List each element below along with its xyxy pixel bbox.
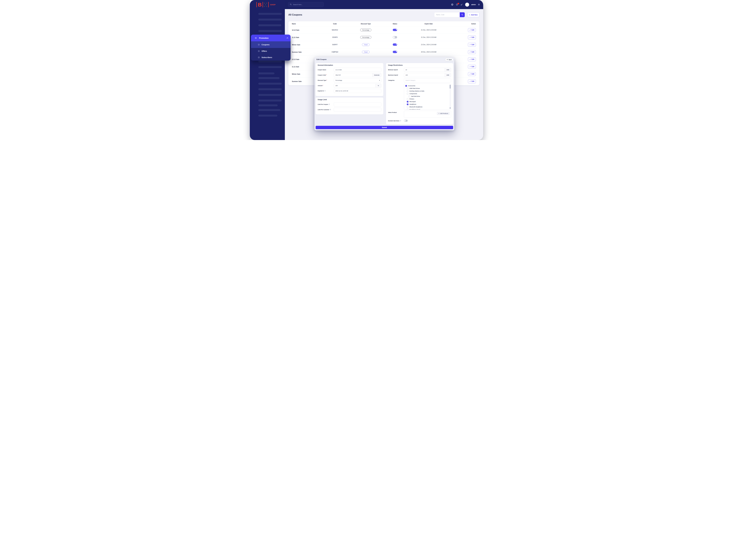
checkbox[interactable] [407,106,408,108]
category-option[interactable]: ✓ Headphone [404,103,451,106]
discount-type-select[interactable]: Percentage ▾ [334,78,381,82]
maximum-spend-label: Maximum Spend [388,74,404,76]
status-toggle[interactable] [393,36,397,38]
amount-field[interactable] [334,84,375,88]
table-header: Name Code Discount Type Status Expire Da… [288,21,479,26]
sidebar-item-coupons[interactable]: Coupons [251,41,291,48]
settings-gear-icon[interactable]: ⚙ [478,4,480,6]
edit-button[interactable]: Edit [468,79,476,83]
edit-button[interactable]: Edit [468,65,476,69]
skeleton-bar [258,104,278,106]
select-product-label: Select Product [388,112,404,113]
avatar[interactable] [465,3,469,7]
checkbox-checked[interactable]: ✓ [405,85,407,87]
section-heading: Usage Limit [318,99,327,100]
checkbox-checked[interactable]: ✓ [407,104,408,105]
edit-button[interactable]: Edit [468,43,476,47]
edit-button[interactable]: Edit [468,35,476,39]
skeleton-bar [258,13,282,15]
category-option[interactable]: Docking Stations & Hubs [404,90,451,92]
sidebar-item-promotion[interactable]: Promotion [251,35,291,41]
sidebar-item-offers[interactable]: Offers [251,48,291,54]
maximum-spend-field[interactable] [404,73,445,77]
skeleton-bar [258,88,282,90]
status-toggle[interactable] [393,29,397,31]
skeleton-bar [258,61,282,62]
skeleton-bar [258,66,282,68]
category-option[interactable]: Headphone Stand [404,108,451,110]
edit-button[interactable]: Edit [468,28,476,32]
coupon-code-field[interactable] [334,73,372,77]
amount-suffix: % [375,84,381,88]
topbar-actions: admin ⚙ [451,0,480,9]
logo-text: SHOP [270,4,276,6]
scrollbar-thumb[interactable] [450,85,450,89]
notifications-bell-icon[interactable] [456,3,458,6]
page-title: All Coupons [288,13,302,16]
coupon-name: Summer Sale [288,51,317,53]
exclude-sale-items-label: Exclude Sale Itemsi [388,120,404,122]
coupon-name: 12.12 Sale [288,59,317,60]
check-icon: ✓ [407,101,408,102]
limit-per-coupon-field[interactable] [334,102,381,106]
category-option[interactable]: USB Flash Drives [404,87,451,90]
expire-date: 31 Dec, 2024 12:00 AM [411,37,446,38]
back-button[interactable]: ↩ Back [445,58,453,61]
search-icon [461,14,463,16]
category-option[interactable]: Components [404,92,451,95]
coupon-name-field[interactable] [334,68,381,72]
promotion-menu: Promotion Coupons Offers Subscribers [251,35,291,61]
add-products-button[interactable]: + Add Products [437,112,450,115]
key-icon[interactable] [460,3,463,6]
category-option[interactable]: Printers [404,98,451,100]
search-input[interactable]: Search here... [288,2,324,7]
skeleton-bar [258,19,282,21]
category-option[interactable]: ✓ Mousepad [404,100,451,103]
status-toggle[interactable] [393,43,397,46]
filter-search-button[interactable] [460,12,465,17]
sidebar-item-subscribers[interactable]: Subscribers [251,54,291,61]
edit-coupon-modal: Edit Coupon ↩ Back General Information C… [315,57,454,130]
general-information-card: General Information Coupon Name Coupon C… [316,63,383,96]
info-icon: i [330,109,331,110]
column-header-action: Action [446,23,479,25]
admin-label[interactable]: admin [471,4,476,5]
skeleton-bar [258,109,280,111]
coupon-name: Winter Sale [288,44,317,46]
checkbox[interactable] [407,109,408,110]
bullet-circle-icon [258,44,260,45]
globe-icon[interactable] [451,3,453,6]
coupon-name: Winter Sale [288,73,317,75]
checkbox[interactable] [407,93,408,95]
category-option[interactable]: Had Disk Drive [404,95,451,98]
edit-button[interactable]: Edit [468,72,476,76]
category-search-input[interactable] [404,78,451,82]
exclude-sale-items-toggle[interactable] [404,120,408,122]
checkbox[interactable] [407,90,408,92]
checkbox[interactable] [408,96,410,97]
checkbox[interactable] [407,88,408,89]
coupon-code: SUDFIT [317,44,353,45]
category-option[interactable]: Bluetooth Headphone [404,106,451,108]
coupon-name: Summer Sale [288,81,317,82]
limit-per-customer-label: Limit Per Customeri [318,109,334,110]
category-option[interactable]: ✓ Accessories [404,84,451,87]
usage-limit-card: Usage Limit Limit Per Couponi Limit Per … [316,98,383,114]
status-toggle[interactable] [393,51,397,53]
checkbox[interactable] [407,98,408,100]
generate-button[interactable]: Generate [372,73,381,77]
add-new-button[interactable]: + Add New [467,12,479,17]
limit-per-customer-field[interactable] [334,108,381,112]
expired-at-field[interactable] [334,89,381,93]
edit-button[interactable]: Edit [468,57,476,61]
checkbox-checked[interactable]: ✓ [407,101,408,102]
minimum-spend-field[interactable] [404,68,445,72]
coupon-name-label: Coupon Name [318,69,334,71]
table-row: 12.12 Sale NAUHCZ Percentage 31 Dec, 202… [288,26,479,34]
edit-button[interactable]: Edit [468,50,476,54]
table-row: Summer Sale CQMTQU Fixed 28 Dec, 2024 12… [288,48,479,56]
submit-button[interactable]: Submit [316,126,453,129]
skeleton-bar [258,115,277,117]
filter-input[interactable] [434,12,460,17]
select-product-box[interactable]: + Add Products [404,111,451,118]
